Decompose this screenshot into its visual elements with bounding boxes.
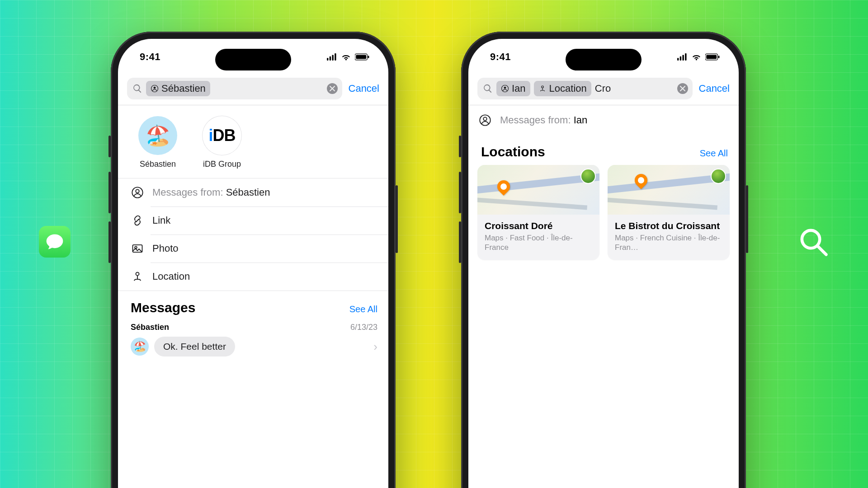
search-icon xyxy=(483,84,493,94)
messages-app-icon xyxy=(39,226,71,258)
locations-section-header: Locations See All xyxy=(468,135,739,165)
search-icon xyxy=(132,84,142,94)
person-circle-icon xyxy=(131,186,144,199)
search-field[interactable]: Sébastien xyxy=(127,78,342,99)
search-bar-row: Sébastien Cancel xyxy=(118,75,388,105)
message-result-row[interactable]: Sébastien 6/13/23 🏖️ Ok. Feel better › xyxy=(118,321,388,357)
iphone-mockup-left: 9:41 Sébastien Cancel 🏖️ xyxy=(111,32,396,488)
svg-line-1 xyxy=(818,246,826,255)
svg-rect-16 xyxy=(677,58,679,61)
contact-name: Sébastien xyxy=(135,160,180,169)
see-all-button[interactable]: See All xyxy=(700,148,728,159)
message-sender: Sébastien xyxy=(131,323,169,332)
contact-name: iDB Group xyxy=(199,160,245,169)
avatar: iDB xyxy=(203,116,241,155)
person-circle-icon xyxy=(478,113,492,127)
svg-point-24 xyxy=(504,87,506,89)
svg-rect-2 xyxy=(327,58,328,61)
cellular-icon xyxy=(677,53,688,61)
svg-rect-4 xyxy=(332,55,334,61)
search-bar-row: Ian Location Cro Cancel xyxy=(468,75,739,105)
cancel-button[interactable]: Cancel xyxy=(699,83,730,94)
link-icon xyxy=(131,214,144,227)
avatar xyxy=(711,169,726,184)
cellular-icon xyxy=(327,53,337,61)
filter-label: Link xyxy=(152,215,170,226)
filter-messages-from[interactable]: Messages from: Sébastien xyxy=(118,178,388,206)
svg-rect-17 xyxy=(680,56,681,61)
filter-link[interactable]: Link xyxy=(118,206,388,235)
avatar: 🏖️ xyxy=(131,338,149,356)
iphone-mockup-right: 9:41 Ian Location Cro xyxy=(461,32,746,488)
search-token-person[interactable]: Sébastien xyxy=(146,81,210,96)
close-icon xyxy=(680,86,685,91)
side-button xyxy=(108,172,111,213)
search-token-label: Sébastien xyxy=(161,83,206,94)
messages-section-header: Messages See All xyxy=(118,291,388,321)
location-title: Le Bistrot du Croissant xyxy=(615,220,722,231)
svg-rect-18 xyxy=(683,55,684,61)
clear-search-button[interactable] xyxy=(327,83,338,94)
svg-rect-7 xyxy=(356,55,366,59)
filter-label-prefix: Messages from: xyxy=(500,114,571,126)
search-field[interactable]: Ian Location Cro xyxy=(477,78,693,99)
dynamic-island xyxy=(215,49,291,70)
locations-grid: Croissant Doré Maps · Fast Food · Île-de… xyxy=(468,165,739,260)
filter-label: Location xyxy=(152,271,190,282)
location-card[interactable]: Le Bistrot du Croissant Maps · French Cu… xyxy=(608,165,730,260)
location-card[interactable]: Croissant Doré Maps · Fast Food · Île-de… xyxy=(477,165,599,260)
svg-point-15 xyxy=(136,272,139,276)
map-thumbnail xyxy=(608,165,730,215)
svg-rect-8 xyxy=(368,56,369,58)
battery-icon xyxy=(355,53,369,61)
search-filter-list: Messages from: Sébastien Link Photo Loca… xyxy=(118,178,388,291)
contacts-suggestions: 🏖️ Sébastien iDB iDB Group xyxy=(118,105,388,178)
filter-label-value: Ian xyxy=(574,114,588,126)
svg-rect-19 xyxy=(685,53,686,61)
side-button xyxy=(396,185,398,253)
location-pin-icon xyxy=(131,270,144,283)
search-token-location[interactable]: Location xyxy=(534,81,591,96)
filter-messages-from[interactable]: Messages from: Ian xyxy=(468,105,739,135)
contact-suggestion[interactable]: iDB iDB Group xyxy=(199,116,245,169)
message-date: 6/13/23 xyxy=(350,323,377,332)
battery-icon xyxy=(705,53,720,61)
svg-point-27 xyxy=(483,117,486,120)
cancel-button[interactable]: Cancel xyxy=(349,83,379,94)
search-query-text: Cro xyxy=(595,83,611,94)
filter-label-prefix: Messages from: xyxy=(152,187,223,198)
side-button xyxy=(746,185,748,253)
filter-location[interactable]: Location xyxy=(118,263,388,291)
map-pin-icon xyxy=(632,171,650,189)
map-pin-icon xyxy=(495,178,513,196)
side-button xyxy=(459,172,461,213)
section-title: Messages xyxy=(131,300,195,315)
avatar xyxy=(580,169,596,184)
avatar: 🏖️ xyxy=(138,116,177,155)
side-button xyxy=(459,136,461,157)
side-button xyxy=(108,136,111,157)
search-token-person[interactable]: Ian xyxy=(496,81,530,96)
clear-search-button[interactable] xyxy=(677,83,688,94)
contact-suggestion[interactable]: 🏖️ Sébastien xyxy=(135,116,180,169)
svg-rect-3 xyxy=(330,56,331,61)
search-decor-icon xyxy=(797,226,829,258)
status-clock: 9:41 xyxy=(140,51,160,63)
wifi-icon xyxy=(691,53,702,61)
wifi-icon xyxy=(341,53,351,61)
section-title: Locations xyxy=(481,144,545,160)
filter-label: Photo xyxy=(152,243,179,254)
dynamic-island xyxy=(566,49,642,70)
see-all-button[interactable]: See All xyxy=(349,304,377,314)
map-thumbnail xyxy=(477,165,599,215)
location-title: Croissant Doré xyxy=(485,220,592,231)
location-subtitle: Maps · Fast Food · Île-de-France xyxy=(485,233,592,253)
svg-rect-22 xyxy=(718,56,720,58)
svg-point-25 xyxy=(541,86,543,88)
svg-point-10 xyxy=(154,87,156,89)
svg-rect-5 xyxy=(335,53,336,61)
status-clock: 9:41 xyxy=(490,51,511,63)
location-subtitle: Maps · French Cuisine · Île-de-Fran… xyxy=(615,233,722,253)
svg-rect-21 xyxy=(706,55,717,59)
filter-photo[interactable]: Photo xyxy=(118,235,388,263)
